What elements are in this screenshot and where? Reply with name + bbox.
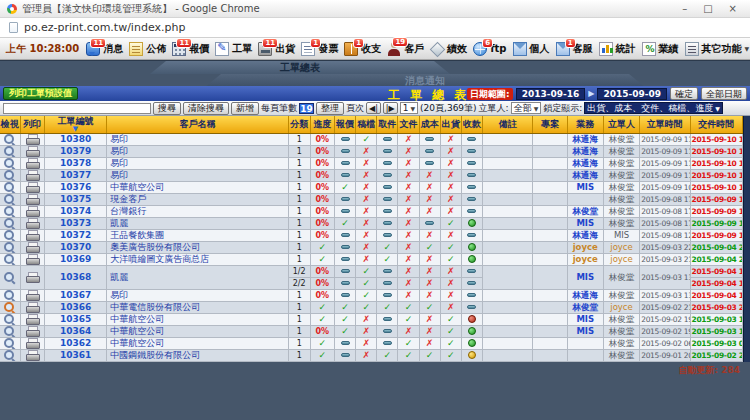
view-cell[interactable]: [0, 169, 20, 181]
status-x-cell[interactable]: ✗: [398, 133, 419, 145]
order-number[interactable]: 10367: [44, 289, 106, 301]
col-header-project[interactable]: 專案: [533, 116, 567, 133]
status-x-cell[interactable]: ✗: [419, 205, 440, 217]
scrollbar[interactable]: [743, 116, 750, 362]
printer-icon[interactable]: [26, 338, 38, 348]
view-cell[interactable]: [0, 265, 20, 289]
status-check-cell[interactable]: ✓: [419, 241, 440, 253]
status-dash-cell[interactable]: [334, 133, 355, 145]
status-x-cell[interactable]: ✗: [356, 349, 377, 361]
status-x-cell[interactable]: ✗: [356, 229, 377, 241]
status-check-cell[interactable]: ✓: [356, 289, 377, 301]
printer-icon[interactable]: [26, 242, 38, 252]
status-x-cell[interactable]: ✗: [398, 157, 419, 169]
status-dash-cell[interactable]: [461, 145, 482, 157]
magnifier-icon[interactable]: [4, 350, 15, 361]
printer-icon[interactable]: [26, 272, 38, 282]
status-dash-cell[interactable]: [377, 277, 398, 289]
view-cell[interactable]: [0, 145, 20, 157]
status-check-cell[interactable]: ✓: [377, 301, 398, 313]
status-x-cell[interactable]: ✗: [398, 325, 419, 337]
magnifier-icon[interactable]: [4, 206, 15, 217]
toolbar-item-sales-chart[interactable]: 業績: [639, 42, 682, 56]
date-to-field[interactable]: 2015-09-09: [597, 88, 667, 100]
status-check-cell[interactable]: ✓: [356, 301, 377, 313]
view-cell[interactable]: [0, 325, 20, 337]
col-header-note[interactable]: 備註: [483, 116, 533, 133]
print-cell[interactable]: [20, 253, 44, 265]
magnifier-icon[interactable]: [4, 134, 15, 145]
status-check-cell[interactable]: ✓: [440, 325, 461, 337]
status-dash-cell[interactable]: [377, 193, 398, 205]
col-header-quote[interactable]: 報價: [334, 116, 355, 133]
status-check-cell[interactable]: ✓: [440, 313, 461, 325]
print-cell[interactable]: [20, 145, 44, 157]
printer-icon[interactable]: [26, 326, 38, 336]
toolbar-item-misc[interactable]: 其它功能▼: [682, 42, 750, 56]
toolbar-item-message[interactable]: 11消息: [83, 42, 126, 56]
order-number[interactable]: 10377: [44, 169, 106, 181]
printer-icon[interactable]: [26, 182, 38, 192]
status-x-cell[interactable]: ✗: [419, 169, 440, 181]
order-number[interactable]: 10364: [44, 325, 106, 337]
customer-name[interactable]: 中華航空公司: [107, 337, 288, 349]
date-from-field[interactable]: 2013-09-16: [516, 88, 586, 100]
print-cell[interactable]: [20, 241, 44, 253]
col-header-due-time[interactable]: 交件時間: [690, 116, 742, 133]
print-cell[interactable]: [20, 229, 44, 241]
view-cell[interactable]: [0, 193, 20, 205]
printer-icon[interactable]: [26, 206, 38, 216]
status-x-cell[interactable]: ✗: [419, 265, 440, 277]
status-dash-cell[interactable]: [461, 169, 482, 181]
printer-icon[interactable]: [26, 218, 38, 228]
status-dash-cell[interactable]: [334, 349, 355, 361]
view-cell[interactable]: [0, 205, 20, 217]
toolbar-item-customer[interactable]: 19客戶: [384, 42, 427, 56]
status-dash-cell[interactable]: [461, 205, 482, 217]
col-header-customer[interactable]: 客戶名稱: [107, 116, 288, 133]
print-cell[interactable]: [20, 205, 44, 217]
order-number[interactable]: 10362: [44, 337, 106, 349]
status-x-cell[interactable]: ✗: [398, 229, 419, 241]
status-x-cell[interactable]: ✗: [398, 145, 419, 157]
status-dash-cell[interactable]: [377, 217, 398, 229]
col-header-view[interactable]: 檢視: [0, 116, 20, 133]
order-number[interactable]: 10375: [44, 193, 106, 205]
status-x-cell[interactable]: ✗: [440, 277, 461, 289]
status-x-cell[interactable]: ✗: [419, 253, 440, 265]
printer-icon[interactable]: [26, 230, 38, 240]
status-check-cell[interactable]: ✓: [377, 349, 398, 361]
arrange-button[interactable]: 整理: [316, 102, 344, 115]
status-x-cell[interactable]: ✗: [356, 157, 377, 169]
status-dash-cell[interactable]: [334, 169, 355, 181]
status-x-cell[interactable]: ✗: [440, 193, 461, 205]
col-header-shipment[interactable]: 出貨: [440, 116, 461, 133]
status-coin-green-cell[interactable]: [461, 217, 482, 229]
status-coin-gold-cell[interactable]: [461, 349, 482, 361]
magnifier-icon[interactable]: [4, 182, 15, 193]
col-header-pickup[interactable]: 取件: [377, 116, 398, 133]
status-dash-cell[interactable]: [334, 253, 355, 265]
status-x-cell[interactable]: ✗: [419, 229, 440, 241]
status-dash-cell[interactable]: [377, 205, 398, 217]
order-number[interactable]: 10361: [44, 349, 106, 361]
status-dash-cell[interactable]: [377, 157, 398, 169]
status-check-cell[interactable]: ✓: [377, 253, 398, 265]
col-header-cost[interactable]: 成本: [419, 116, 440, 133]
tab-work-order-list[interactable]: 工單總表: [150, 61, 450, 74]
status-check-cell[interactable]: ✓: [334, 313, 355, 325]
clear-search-button[interactable]: 清除搜尋: [183, 102, 229, 115]
status-x-cell[interactable]: ✗: [440, 301, 461, 313]
status-x-cell[interactable]: ✗: [440, 265, 461, 277]
toolbar-item-personal-mail[interactable]: 個人: [510, 42, 553, 56]
status-x-cell[interactable]: ✗: [356, 181, 377, 193]
magnifier-icon[interactable]: [4, 338, 15, 349]
order-number[interactable]: 10373: [44, 217, 106, 229]
search-input[interactable]: [3, 103, 151, 114]
customer-name[interactable]: 易印: [107, 133, 288, 145]
printer-icon[interactable]: [26, 254, 38, 264]
status-x-cell[interactable]: ✗: [440, 289, 461, 301]
col-header-creator[interactable]: 立單人: [603, 116, 639, 133]
status-dash-cell[interactable]: [334, 265, 355, 277]
customer-name[interactable]: 易印: [107, 145, 288, 157]
